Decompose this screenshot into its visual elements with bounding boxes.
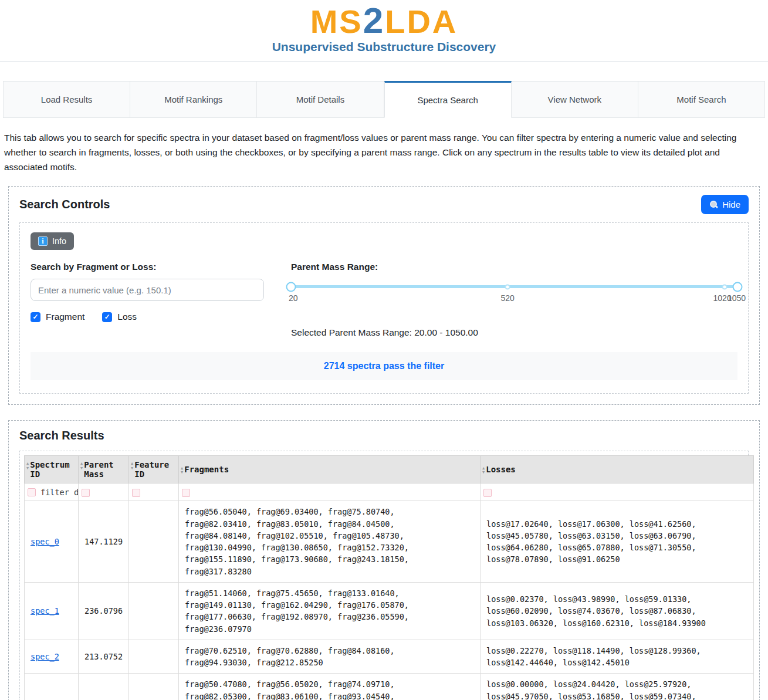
column-header-spectrum-id[interactable]: Spectrum ID <box>25 456 79 483</box>
filter-cell-feature-id[interactable] <box>129 483 179 501</box>
tab-load-results[interactable]: Load Results <box>3 81 130 118</box>
search-controls-card: Search Controls Hide i Info Search by Fr… <box>8 186 760 405</box>
hide-button-label: Hide <box>722 199 740 209</box>
search-controls-panel: i Info Search by Fragment or Loss: Fragm… <box>19 222 749 394</box>
column-label: Fragments <box>184 465 229 474</box>
magnifier-icon <box>709 200 718 209</box>
fragment-loss-label: Search by Fragment or Loss: <box>31 262 264 272</box>
losses-cell: loss@0.22270, loss@118.14490, loss@128.9… <box>481 640 754 674</box>
info-icon: i <box>38 236 48 246</box>
slider-mark-dot-1020 <box>722 284 727 289</box>
filter-cell-spectrum-id[interactable]: filter da <box>25 483 79 501</box>
losses-cell: loss@17.02640, loss@17.06300, loss@41.62… <box>481 501 754 583</box>
search-controls-title: Search Controls <box>19 198 110 211</box>
filter-case-icon[interactable] <box>132 489 140 497</box>
feature-id-cell <box>129 501 179 583</box>
selected-range-text: Selected Parent Mass Range: 20.00 - 1050… <box>291 327 737 338</box>
column-header-parent-mass[interactable]: Parent Mass <box>79 456 129 483</box>
loss-check-item: Loss <box>102 312 137 322</box>
column-label: Spectrum ID <box>30 460 75 479</box>
results-filter-row: filter da <box>25 483 754 501</box>
column-label: Parent Mass <box>84 460 125 479</box>
slider-track[interactable] <box>291 285 737 288</box>
logo-text-ms: MS <box>310 3 363 40</box>
fragment-loss-input[interactable] <box>31 279 264 301</box>
loss-checkbox[interactable] <box>102 312 112 322</box>
filter-cell-fragments[interactable] <box>179 483 481 501</box>
filter-count-box: 2714 spectra pass the filter <box>31 352 737 380</box>
column-header-feature-id[interactable]: Feature ID <box>129 456 179 483</box>
filter-case-icon[interactable] <box>182 489 190 497</box>
site-header: MS2LDA Unsupervised Substructure Discove… <box>0 0 768 62</box>
fragments-cell: frag@56.05040, frag@69.03400, frag@75.80… <box>179 501 481 583</box>
tab-motif-search[interactable]: Motif Search <box>638 81 765 118</box>
tab-description: This tab allows you to search for specif… <box>4 131 764 174</box>
parent-mass-slider: 20 520 1020 1050 <box>291 282 737 307</box>
spectrum-link[interactable]: spec_1 <box>31 606 59 616</box>
filter-cell-losses[interactable] <box>481 483 754 501</box>
column-label: Feature ID <box>134 460 175 479</box>
table-row[interactable]: spec_1 236.0796 frag@51.14060, frag@75.4… <box>25 582 754 640</box>
filter-case-icon[interactable] <box>82 489 90 497</box>
spectrum-link[interactable]: spec_0 <box>31 537 59 546</box>
column-header-fragments[interactable]: Fragments <box>179 456 481 483</box>
sort-icon[interactable] <box>26 462 29 471</box>
loss-checkbox-label: Loss <box>117 312 137 322</box>
fragment-check-item: Fragment <box>31 312 84 322</box>
sort-icon[interactable] <box>80 462 83 471</box>
tab-motif-rankings[interactable]: Motif Rankings <box>130 81 257 118</box>
parent-mass-cell: 156.0422 <box>79 674 129 700</box>
filter-cell-parent-mass[interactable] <box>79 483 129 501</box>
info-button[interactable]: i Info <box>31 232 74 250</box>
fragment-checkbox-label: Fragment <box>46 312 84 322</box>
sort-icon[interactable] <box>181 466 183 475</box>
results-table-panel: Spectrum ID Parent Mass Feature ID Fragm… <box>19 451 749 700</box>
filter-case-icon[interactable] <box>28 488 36 496</box>
mass-range-label: Parent Mass Range: <box>291 262 737 272</box>
table-row[interactable]: spec_3 156.0422 frag@50.47080, frag@56.0… <box>25 674 754 700</box>
parent-mass-cell: 236.0796 <box>79 582 129 640</box>
slider-mark-dot-520 <box>505 284 510 289</box>
slider-mark-520: 520 <box>500 293 514 303</box>
slider-mark-20: 20 <box>289 293 298 303</box>
results-table: Spectrum ID Parent Mass Feature ID Fragm… <box>24 455 754 700</box>
sort-icon[interactable] <box>482 466 485 475</box>
tab-spectra-search[interactable]: Spectra Search <box>384 81 512 118</box>
feature-id-cell <box>129 674 179 700</box>
fragments-cell: frag@70.62510, frag@70.62880, frag@84.08… <box>179 640 481 674</box>
tab-view-network[interactable]: View Network <box>512 81 638 118</box>
table-row[interactable]: spec_0 147.1129 frag@56.05040, frag@69.0… <box>25 501 754 583</box>
tab-motif-details[interactable]: Motif Details <box>257 81 384 118</box>
hide-button[interactable]: Hide <box>701 195 749 214</box>
sort-icon[interactable] <box>131 462 133 471</box>
parent-mass-cell: 147.1129 <box>79 501 129 583</box>
filter-placeholder: filter da <box>40 488 79 497</box>
feature-id-cell <box>129 640 179 674</box>
search-results-title: Search Results <box>19 429 749 442</box>
feature-id-cell <box>129 582 179 640</box>
results-header-row: Spectrum ID Parent Mass Feature ID Fragm… <box>25 456 754 483</box>
filter-count-text: 2714 spectra pass the filter <box>324 361 444 371</box>
info-button-label: Info <box>52 236 66 246</box>
search-results-card: Search Results Spectrum ID Parent Mass F… <box>8 420 760 700</box>
fragments-cell: frag@50.47080, frag@56.05020, frag@74.09… <box>179 674 481 700</box>
column-label: Losses <box>486 465 516 474</box>
logo-subtitle: Unsupervised Substructure Discovery <box>0 40 768 54</box>
logo-text-2: 2 <box>363 0 385 40</box>
table-row[interactable]: spec_2 213.0752 frag@70.62510, frag@70.6… <box>25 640 754 674</box>
fragments-cell: frag@51.14060, frag@75.45650, frag@133.0… <box>179 582 481 640</box>
main-tabbar: Load Results Motif Rankings Motif Detail… <box>3 81 765 118</box>
column-header-losses[interactable]: Losses <box>481 456 754 483</box>
ms2lda-logo: MS2LDA <box>0 2 768 39</box>
slider-handle-max[interactable] <box>733 282 743 292</box>
fragment-checkbox[interactable] <box>31 312 40 322</box>
spectrum-link[interactable]: spec_2 <box>31 652 59 661</box>
slider-handle-min[interactable] <box>286 282 296 292</box>
filter-case-icon[interactable] <box>483 489 492 497</box>
logo-text-lda: LDA <box>385 3 458 40</box>
losses-cell: loss@0.00000, loss@24.04420, loss@25.979… <box>481 674 754 700</box>
parent-mass-cell: 213.0752 <box>79 640 129 674</box>
slider-mark-1050: 1050 <box>728 293 746 303</box>
losses-cell: loss@0.02370, loss@43.98990, loss@59.013… <box>481 582 754 640</box>
